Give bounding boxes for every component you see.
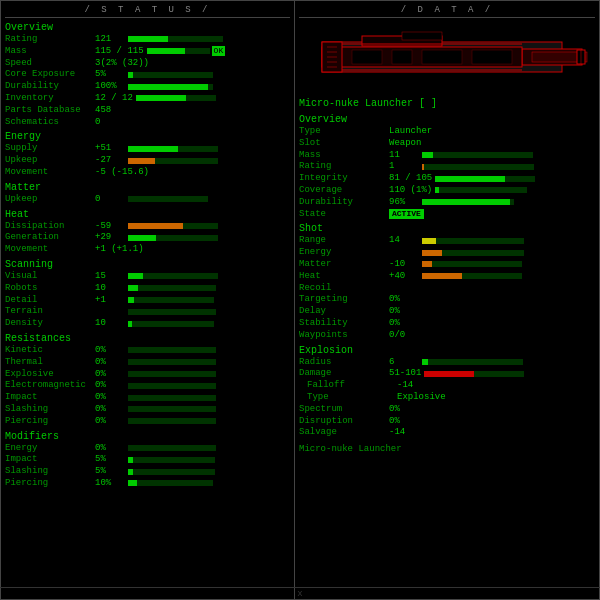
bar-bg: [143, 273, 218, 279]
shot-title: Shot: [299, 223, 595, 234]
list-item: Kinetic 0%: [5, 345, 290, 356]
bar-bg: [132, 321, 214, 327]
list-item: Heat +40: [299, 271, 595, 282]
energy-title: Energy: [5, 131, 290, 142]
bar-fill: [422, 238, 436, 244]
bar-bg: [133, 469, 215, 475]
list-item: Upkeep -27: [5, 155, 290, 166]
bar-fill: [424, 371, 474, 377]
list-item: Slot Weapon: [299, 138, 595, 149]
list-item: Slashing 0%: [5, 404, 290, 415]
list-item: Damage 51-101: [299, 368, 595, 379]
ok-badge: OK: [212, 46, 226, 56]
bar-bg: [208, 84, 213, 90]
list-item: Movement +1 (+1.1): [5, 244, 290, 255]
bar-bg: [505, 176, 535, 182]
list-item: Durability 100%: [5, 81, 290, 92]
bar-fill: [128, 223, 183, 229]
bar-fill: [128, 146, 178, 152]
list-item: Matter -10: [299, 259, 595, 270]
svg-rect-17: [422, 50, 462, 64]
list-item: Durability 96%: [299, 197, 595, 208]
list-item: Core Exposure 5%: [5, 69, 290, 80]
list-item: Robots 10: [5, 283, 290, 294]
svg-rect-15: [352, 50, 382, 64]
bar-bg: [185, 48, 210, 54]
bar-fill: [422, 273, 462, 279]
bar-bg: [183, 223, 218, 229]
list-item: Detail +1: [5, 295, 290, 306]
bar-bg: [128, 395, 216, 401]
bottom-bar: x: [0, 587, 600, 600]
list-item: Generation +29: [5, 232, 290, 243]
bar-bg: [128, 445, 216, 451]
bar-fill: [147, 48, 185, 54]
bar-bg: [128, 359, 216, 365]
list-item: Disruption 0%: [299, 416, 595, 427]
overview-title: Overview: [5, 22, 290, 33]
bar-bg: [168, 36, 223, 42]
list-item: Delay 0%: [299, 306, 595, 317]
bar-bg: [186, 95, 216, 101]
bar-bg: [436, 238, 524, 244]
bar-bg: [128, 371, 216, 377]
list-item: Energy: [299, 247, 595, 258]
bar-fill: [128, 84, 208, 90]
bar-bg: [428, 359, 523, 365]
bar-bg: [128, 383, 216, 389]
bar-bg: [439, 187, 527, 193]
weapon-image: [299, 22, 595, 94]
bar-fill: [422, 250, 442, 256]
list-item: Energy 0%: [5, 443, 290, 454]
bar-bg: [156, 235, 218, 241]
list-item: Schematics 0: [5, 117, 290, 128]
list-item: Visual 15: [5, 271, 290, 282]
list-item: Impact 0%: [5, 392, 290, 403]
bar-fill: [128, 480, 137, 486]
list-item: Spectrum 0%: [299, 404, 595, 415]
bar-bg: [128, 406, 216, 412]
svg-rect-18: [472, 50, 512, 64]
list-item: Mass 11: [299, 150, 595, 161]
bar-bg: [128, 196, 208, 202]
bar-fill: [128, 36, 168, 42]
bar-bg: [474, 371, 524, 377]
list-item: Inventory 12 / 12: [5, 93, 290, 104]
modifiers-title: Modifiers: [5, 431, 290, 442]
svg-rect-16: [392, 50, 412, 64]
list-item: Parts Database 458: [5, 105, 290, 116]
bar-bg: [133, 72, 213, 78]
bar-bg: [133, 457, 215, 463]
list-item: Recoil: [299, 283, 595, 294]
bar-bg: [424, 164, 534, 170]
bar-bg: [128, 347, 216, 353]
list-item: Upkeep 0: [5, 194, 290, 205]
bar-bg: [138, 285, 216, 291]
list-item: Targeting 0%: [299, 294, 595, 305]
bar-fill: [422, 261, 432, 267]
list-item: Supply +51: [5, 143, 290, 154]
explosion-title: Explosion: [299, 345, 595, 356]
list-item: Terrain: [5, 306, 290, 317]
list-item: Waypoints 0/0: [299, 330, 595, 341]
weapon-name[interactable]: Micro-nuke Launcher [ ]: [299, 98, 595, 110]
right-panel: / D A T A /: [295, 1, 599, 599]
list-item: Type Explosive: [299, 392, 595, 403]
bar-fill: [128, 285, 138, 291]
svg-rect-6: [402, 32, 442, 40]
matter-title: Matter: [5, 182, 290, 193]
bar-bg: [432, 261, 522, 267]
list-item: Rating 1: [299, 161, 595, 172]
bar-fill: [422, 199, 510, 205]
list-item: Slashing 5%: [5, 466, 290, 477]
list-item: Impact 5%: [5, 454, 290, 465]
list-item: Piercing 0%: [5, 416, 290, 427]
resistances-title: Resistances: [5, 333, 290, 344]
list-item: Dissipation -59: [5, 221, 290, 232]
status-header: / S T A T U S /: [5, 5, 290, 18]
list-item: Salvage -14: [299, 427, 595, 438]
list-item: Thermal 0%: [5, 357, 290, 368]
list-item: Coverage 110 (1%): [299, 185, 595, 196]
scanning-title: Scanning: [5, 259, 290, 270]
list-item: Rating 121: [5, 34, 290, 45]
